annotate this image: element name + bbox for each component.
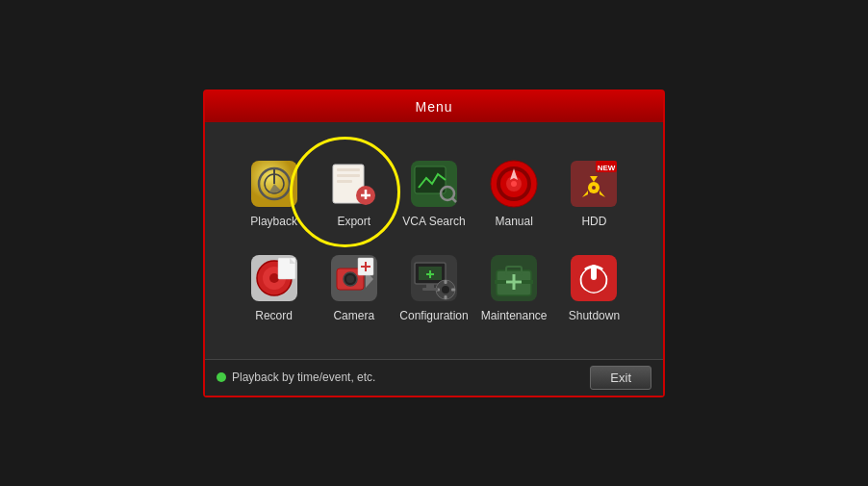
configuration-icon (409, 253, 459, 303)
export-label: Export (337, 215, 370, 228)
manual-icon (489, 159, 539, 209)
camera-icon-box (329, 253, 379, 303)
menu-item-configuration[interactable]: Configuration (394, 245, 473, 330)
svg-rect-6 (337, 168, 360, 171)
svg-point-34 (346, 275, 354, 283)
menu-item-playback[interactable]: Playback (234, 151, 314, 236)
menu-dialog: Menu (203, 90, 665, 397)
svg-rect-44 (444, 280, 447, 284)
menu-item-record[interactable]: Record (234, 245, 314, 330)
footer-status-text: Playback by time/event, etc. (232, 371, 375, 384)
svg-point-29 (269, 273, 279, 283)
export-icon-box (329, 159, 379, 209)
svg-point-43 (442, 286, 449, 294)
maintenance-icon (489, 253, 539, 303)
menu-item-vca-search[interactable]: VCA Search (394, 151, 473, 236)
hdd-label: HDD (581, 215, 606, 228)
svg-point-20 (511, 181, 517, 187)
svg-point-25 (592, 186, 596, 190)
svg-rect-48 (426, 284, 434, 288)
menu-item-shutdown[interactable]: Shutdown (554, 245, 634, 330)
dialog-footer: Playback by time/event, etc. Exit (205, 359, 663, 396)
shutdown-label: Shutdown (569, 309, 620, 322)
menu-item-hdd[interactable]: NEW HDD (554, 151, 634, 236)
menu-grid: Playback Export (224, 141, 644, 349)
dialog-title: Menu (205, 91, 663, 122)
playback-label: Playback (250, 215, 297, 228)
record-icon-box (249, 253, 299, 303)
playback-icon-box (249, 159, 299, 209)
svg-rect-8 (337, 180, 352, 183)
footer-status: Playback by time/event, etc. (217, 371, 375, 384)
menu-item-maintenance[interactable]: Maintenance (474, 245, 554, 330)
manual-icon-box (489, 159, 539, 209)
maintenance-label: Maintenance (481, 309, 548, 322)
configuration-label: Configuration (399, 309, 468, 322)
export-icon (329, 159, 379, 209)
record-label: Record (255, 309, 293, 322)
exit-button[interactable]: Exit (590, 366, 651, 390)
manual-label: Manual (496, 215, 533, 228)
svg-rect-47 (451, 288, 455, 291)
record-icon (249, 253, 299, 303)
svg-rect-45 (444, 295, 447, 299)
configuration-icon-box (409, 253, 459, 303)
playback-icon (249, 159, 299, 209)
hdd-icon: NEW (569, 159, 619, 209)
hdd-icon-box: NEW (569, 159, 619, 209)
shutdown-icon (569, 253, 619, 303)
camera-label: Camera (333, 309, 374, 322)
dialog-body: Playback Export (205, 122, 663, 359)
vca-search-icon (409, 159, 459, 209)
svg-text:NEW: NEW (598, 164, 616, 172)
menu-item-camera[interactable]: Camera (314, 245, 394, 330)
camera-icon (329, 253, 379, 303)
svg-rect-49 (422, 288, 438, 291)
vca-search-label: VCA Search (402, 215, 465, 228)
maintenance-icon-box (489, 253, 539, 303)
svg-rect-60 (591, 265, 597, 280)
svg-rect-7 (337, 174, 360, 177)
menu-item-manual[interactable]: Manual (474, 151, 554, 236)
shutdown-icon-box (569, 253, 619, 303)
menu-item-export[interactable]: Export (314, 151, 394, 236)
vca-search-icon-box (409, 159, 459, 209)
status-indicator (217, 372, 226, 382)
